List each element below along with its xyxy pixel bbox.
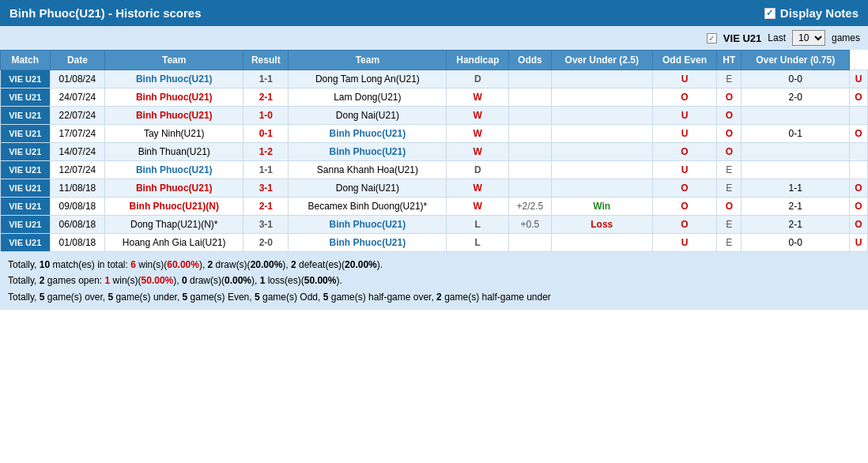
ht-cell: 1-1 xyxy=(742,179,849,198)
overunder075-cell: O xyxy=(849,179,867,198)
match-cell: VIE U21 xyxy=(1,143,51,161)
date-cell: 14/07/24 xyxy=(50,143,105,161)
handicap-cell xyxy=(509,143,551,161)
table-row: VIE U2101/08/24Binh Phuoc(U21)1-1Dong Ta… xyxy=(1,70,868,88)
team1-cell[interactable]: Binh Phuoc(U21) xyxy=(105,88,243,107)
team2-cell[interactable]: Lam Dong(U21) xyxy=(289,88,447,107)
overunder-cell: O xyxy=(652,88,716,107)
odds-cell xyxy=(551,234,652,252)
overunder075-cell xyxy=(849,107,867,125)
oddeven-cell: O xyxy=(717,198,742,216)
team1-cell[interactable]: Hoang Anh Gia Lai(U21) xyxy=(105,234,243,252)
games-label: games xyxy=(832,32,860,43)
league-checkbox[interactable]: ✓ xyxy=(707,33,717,43)
col-team2: Team xyxy=(289,51,447,70)
oddeven-cell: E xyxy=(717,234,742,252)
odds-cell xyxy=(551,143,652,161)
team1-cell[interactable]: Binh Phuoc(U21) xyxy=(105,107,243,125)
summary-line-1: Totally, 10 match(es) in total: 6 win(s)… xyxy=(8,257,860,273)
team2-cell[interactable]: Becamex Binh Duong(U21)* xyxy=(289,198,447,216)
match-cell: VIE U21 xyxy=(1,216,51,234)
score-cell: 1-2 xyxy=(243,143,289,161)
table-row: VIE U2101/08/18Hoang Anh Gia Lai(U21)2-0… xyxy=(1,234,868,252)
date-cell: 22/07/24 xyxy=(50,107,105,125)
team1-cell[interactable]: Binh Thuan(U21) xyxy=(105,143,243,161)
oddeven-cell: E xyxy=(717,161,742,179)
team1-cell[interactable]: Binh Phuoc(U21)(N) xyxy=(105,198,243,216)
overunder075-cell: U xyxy=(849,70,867,88)
ht-cell: 2-1 xyxy=(742,198,849,216)
overunder075-cell: U xyxy=(849,234,867,252)
overunder-cell: O xyxy=(652,143,716,161)
table-row: VIE U2109/08/18Binh Phuoc(U21)(N)2-1Beca… xyxy=(1,198,868,216)
result-cell: W xyxy=(447,179,509,198)
odds-cell xyxy=(551,179,652,198)
team2-cell[interactable]: Dong Nai(U21) xyxy=(289,107,447,125)
handicap-cell xyxy=(509,70,551,88)
result-cell: L xyxy=(447,234,509,252)
team1-cell[interactable]: Binh Phuoc(U21) xyxy=(105,179,243,198)
handicap-cell: +0.5 xyxy=(509,216,551,234)
match-cell: VIE U21 xyxy=(1,198,51,216)
col-overunder25: Over Under (2.5) xyxy=(551,51,652,70)
handicap-cell: +2/2.5 xyxy=(509,198,551,216)
match-cell: VIE U21 xyxy=(1,125,51,143)
table-row: VIE U2124/07/24Binh Phuoc(U21)2-1Lam Don… xyxy=(1,88,868,107)
team1-cell[interactable]: Dong Thap(U21)(N)* xyxy=(105,216,243,234)
overunder-cell: U xyxy=(652,125,716,143)
team2-cell[interactable]: Binh Phuoc(U21) xyxy=(289,125,447,143)
games-select[interactable]: 51015202530 xyxy=(792,30,825,46)
score-cell: 1-1 xyxy=(243,161,289,179)
table-row: VIE U2106/08/18Dong Thap(U21)(N)*3-1Binh… xyxy=(1,216,868,234)
display-notes-checkbox[interactable]: ✓ xyxy=(764,8,776,19)
score-cell: 2-0 xyxy=(243,234,289,252)
date-cell: 12/07/24 xyxy=(50,161,105,179)
handicap-cell xyxy=(509,107,551,125)
overunder-cell: O xyxy=(652,216,716,234)
summary-bar: Totally, 10 match(es) in total: 6 win(s)… xyxy=(0,252,868,310)
team2-cell[interactable]: Binh Phuoc(U21) xyxy=(289,216,447,234)
ht-cell: 0-1 xyxy=(742,125,849,143)
table-row: VIE U2112/07/24Binh Phuoc(U21)1-1Sanna K… xyxy=(1,161,868,179)
match-cell: VIE U21 xyxy=(1,234,51,252)
team1-cell[interactable]: Tay Ninh(U21) xyxy=(105,125,243,143)
overunder-cell: O xyxy=(652,198,716,216)
ht-cell xyxy=(742,143,849,161)
score-cell: 2-1 xyxy=(243,198,289,216)
ht-cell: 2-0 xyxy=(742,88,849,107)
overunder075-cell xyxy=(849,143,867,161)
ht-cell: 0-0 xyxy=(742,70,849,88)
odds-cell xyxy=(551,88,652,107)
col-odds: Odds xyxy=(509,51,551,70)
oddeven-cell: E xyxy=(717,179,742,198)
team1-cell[interactable]: Binh Phuoc(U21) xyxy=(105,161,243,179)
team2-cell[interactable]: Dong Nai(U21) xyxy=(289,179,447,198)
filter-bar: ✓ VIE U21 Last 51015202530 games xyxy=(0,26,868,50)
overunder075-cell xyxy=(849,161,867,179)
table-row: VIE U2117/07/24Tay Ninh(U21)0-1Binh Phuo… xyxy=(1,125,868,143)
col-ht: HT xyxy=(717,51,742,70)
team1-cell[interactable]: Binh Phuoc(U21) xyxy=(105,70,243,88)
oddeven-cell: O xyxy=(717,143,742,161)
oddeven-cell: O xyxy=(717,107,742,125)
handicap-cell xyxy=(509,161,551,179)
date-cell: 17/07/24 xyxy=(50,125,105,143)
team2-cell[interactable]: Binh Phuoc(U21) xyxy=(289,143,447,161)
col-date: Date xyxy=(50,51,105,70)
score-cell: 3-1 xyxy=(243,179,289,198)
team2-cell[interactable]: Binh Phuoc(U21) xyxy=(289,234,447,252)
team2-cell[interactable]: Dong Tam Long An(U21) xyxy=(289,70,447,88)
team2-cell[interactable]: Sanna Khanh Hoa(U21) xyxy=(289,161,447,179)
scores-table: Match Date Team Result Team Handicap Odd… xyxy=(0,50,868,252)
display-notes-label: Display Notes xyxy=(780,6,859,20)
overunder075-cell: O xyxy=(849,216,867,234)
result-cell: D xyxy=(447,161,509,179)
result-cell: W xyxy=(447,198,509,216)
date-cell: 01/08/24 xyxy=(50,70,105,88)
oddeven-cell: O xyxy=(717,88,742,107)
overunder-cell: O xyxy=(652,179,716,198)
handicap-cell xyxy=(509,125,551,143)
date-cell: 11/08/18 xyxy=(50,179,105,198)
result-cell: W xyxy=(447,107,509,125)
result-cell: W xyxy=(447,143,509,161)
